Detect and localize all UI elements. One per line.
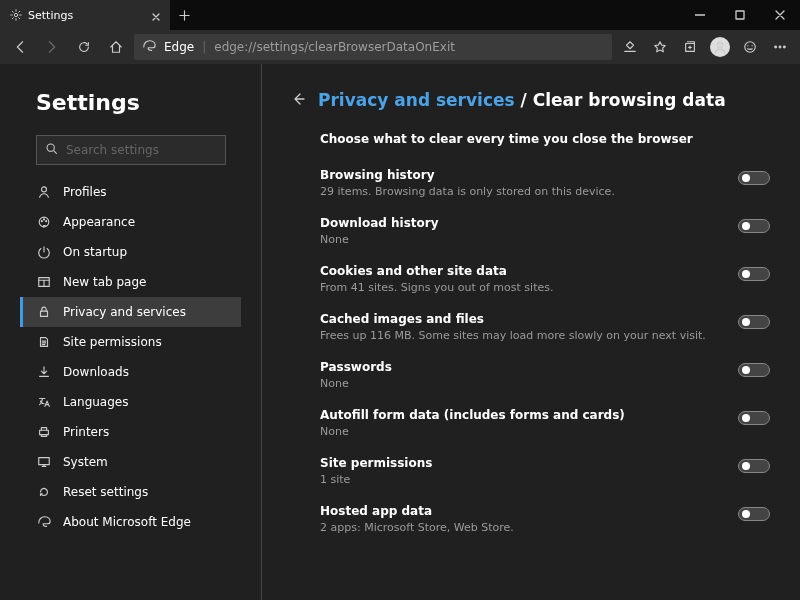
sidebar-nav: Profiles Appearance On startup New tab p…: [20, 177, 241, 537]
menu-icon[interactable]: [766, 33, 794, 61]
option-label: Browsing history: [320, 168, 726, 182]
main-panel: Privacy and services / Clear browsing da…: [262, 64, 800, 600]
sidebar-item-label: New tab page: [63, 275, 146, 289]
toggle[interactable]: [738, 363, 770, 377]
svg-point-8: [779, 46, 781, 48]
sidebar-item-newtab[interactable]: New tab page: [20, 267, 241, 297]
option-label: Autofill form data (includes forms and c…: [320, 408, 726, 422]
sidebar-item-label: Reset settings: [63, 485, 148, 499]
svg-point-11: [42, 187, 47, 192]
toggle[interactable]: [738, 171, 770, 185]
toggle[interactable]: [738, 267, 770, 281]
forward-button[interactable]: [38, 33, 66, 61]
options-list: Browsing history29 items. Browsing data …: [320, 168, 780, 534]
back-arrow-button[interactable]: [290, 91, 306, 110]
sidebar-item-system[interactable]: System: [20, 447, 241, 477]
sidebar-item-label: About Microsoft Edge: [63, 515, 191, 529]
feedback-icon[interactable]: [736, 33, 764, 61]
sidebar-item-label: Languages: [63, 395, 128, 409]
address-bar[interactable]: Edge | edge://settings/clearBrowserDataO…: [134, 34, 612, 60]
svg-point-7: [775, 46, 777, 48]
toggle[interactable]: [738, 507, 770, 521]
option-desc: 2 apps: Microsoft Store, Web Store.: [320, 521, 726, 534]
sidebar-item-profiles[interactable]: Profiles: [20, 177, 241, 207]
option-desc: Frees up 116 MB. Some sites may load mor…: [320, 329, 726, 342]
option-label: Cached images and files: [320, 312, 726, 326]
back-button[interactable]: [6, 33, 34, 61]
sidebar-item-printers[interactable]: Printers: [20, 417, 241, 447]
sidebar-item-privacy[interactable]: Privacy and services: [20, 297, 241, 327]
toggle[interactable]: [738, 411, 770, 425]
option-label: Download history: [320, 216, 726, 230]
option-label: Hosted app data: [320, 504, 726, 518]
titlebar: Settings: [0, 0, 800, 30]
breadcrumb-link[interactable]: Privacy and services: [318, 90, 515, 110]
address-app: Edge: [164, 40, 194, 54]
sidebar-item-label: Printers: [63, 425, 109, 439]
svg-point-9: [784, 46, 786, 48]
option-hosted-app-data: Hosted app data2 apps: Microsoft Store, …: [320, 504, 780, 534]
option-autofill: Autofill form data (includes forms and c…: [320, 408, 780, 438]
profile-avatar[interactable]: [706, 33, 734, 61]
gear-icon: [10, 9, 22, 21]
toggle[interactable]: [738, 459, 770, 473]
address-url: edge://settings/clearBrowserDataOnExit: [214, 40, 455, 54]
search-icon: [45, 142, 58, 158]
breadcrumb-current: Clear browsing data: [533, 90, 726, 110]
sidebar-item-about[interactable]: About Microsoft Edge: [20, 507, 241, 537]
sidebar-item-reset[interactable]: Reset settings: [20, 477, 241, 507]
option-label: Cookies and other site data: [320, 264, 726, 278]
sidebar: Settings Search settings Profiles Appear…: [0, 64, 262, 600]
breadcrumb: Privacy and services / Clear browsing da…: [290, 90, 780, 110]
option-download-history: Download historyNone: [320, 216, 780, 246]
svg-point-14: [43, 219, 44, 220]
close-window-button[interactable]: [760, 0, 800, 30]
section-subtitle: Choose what to clear every time you clos…: [320, 132, 780, 146]
sidebar-item-label: Site permissions: [63, 335, 162, 349]
svg-point-13: [41, 221, 42, 222]
close-tab-icon[interactable]: [152, 11, 160, 19]
option-passwords: PasswordsNone: [320, 360, 780, 390]
edge-logo-icon: [142, 39, 156, 56]
option-desc: From 41 sites. Signs you out of most sit…: [320, 281, 726, 294]
svg-point-3: [718, 43, 723, 48]
option-browsing-history: Browsing history29 items. Browsing data …: [320, 168, 780, 198]
favorites-icon[interactable]: [646, 33, 674, 61]
toggle[interactable]: [738, 315, 770, 329]
sidebar-item-label: System: [63, 455, 108, 469]
reading-view-icon[interactable]: [616, 33, 644, 61]
option-desc: None: [320, 377, 726, 390]
sidebar-item-startup[interactable]: On startup: [20, 237, 241, 267]
svg-point-4: [745, 42, 756, 53]
sidebar-item-permissions[interactable]: Site permissions: [20, 327, 241, 357]
collections-icon[interactable]: [676, 33, 704, 61]
option-desc: 29 items. Browsing data is only stored o…: [320, 185, 726, 198]
search-input[interactable]: Search settings: [36, 135, 226, 165]
sidebar-item-downloads[interactable]: Downloads: [20, 357, 241, 387]
sidebar-item-languages[interactable]: Languages: [20, 387, 241, 417]
minimize-button[interactable]: [680, 0, 720, 30]
svg-rect-17: [41, 311, 48, 316]
option-desc: 1 site: [320, 473, 726, 486]
svg-rect-18: [40, 430, 49, 434]
svg-rect-19: [39, 458, 50, 465]
sidebar-item-label: Downloads: [63, 365, 129, 379]
toolbar: Edge | edge://settings/clearBrowserDataO…: [0, 30, 800, 64]
tab-title: Settings: [28, 9, 73, 22]
sidebar-item-label: Privacy and services: [63, 305, 186, 319]
sidebar-item-appearance[interactable]: Appearance: [20, 207, 241, 237]
maximize-button[interactable]: [720, 0, 760, 30]
search-placeholder: Search settings: [66, 143, 159, 157]
svg-point-15: [46, 221, 47, 222]
home-button[interactable]: [102, 33, 130, 61]
option-desc: None: [320, 425, 726, 438]
sidebar-item-label: Appearance: [63, 215, 135, 229]
browser-tab[interactable]: Settings: [0, 0, 170, 30]
refresh-button[interactable]: [70, 33, 98, 61]
toggle[interactable]: [738, 219, 770, 233]
new-tab-button[interactable]: [170, 0, 198, 30]
option-desc: None: [320, 233, 726, 246]
option-site-permissions: Site permissions1 site: [320, 456, 780, 486]
svg-point-10: [47, 144, 54, 151]
window-controls: [680, 0, 800, 30]
